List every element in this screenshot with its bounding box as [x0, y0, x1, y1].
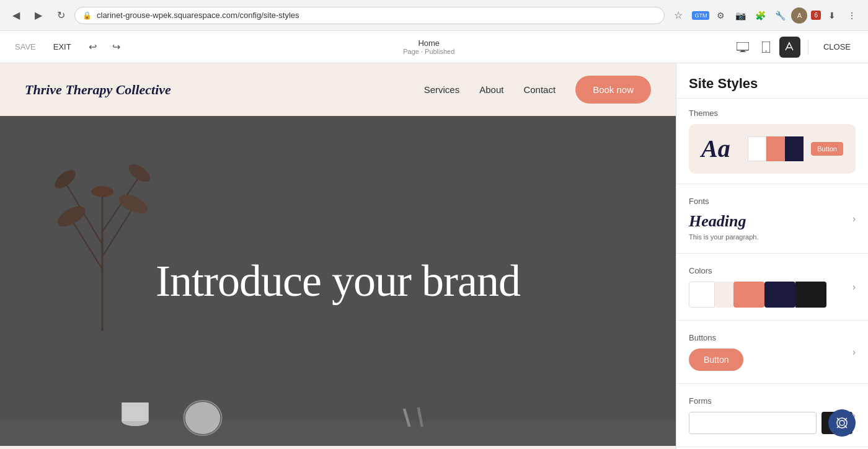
fonts-row[interactable]: Fonts Heading This is your paragraph. ›	[689, 194, 856, 243]
gtm-badge: GTM	[692, 11, 709, 20]
desktop-view-button[interactable]	[732, 37, 753, 58]
color-swatch-navy	[764, 282, 795, 308]
color-swatch-dark	[795, 282, 826, 308]
support-button[interactable]	[828, 409, 856, 437]
ext-puzzle-button[interactable]: 🧩	[751, 7, 769, 24]
redo-button[interactable]: ↪	[107, 38, 126, 56]
colors-section[interactable]: Colors ›	[676, 254, 868, 321]
hero-background: Introduce your brand	[0, 116, 676, 446]
bookmark-button[interactable]: ☆	[670, 7, 687, 24]
site-logo: Thrive Therapy Collective	[25, 82, 171, 98]
page-title: Home	[418, 38, 440, 48]
themes-section[interactable]: Themes Aa Button	[676, 99, 868, 184]
ext-camera-button[interactable]: 📷	[732, 7, 749, 24]
buttons-label: Buttons	[689, 333, 852, 342]
page-status: Page · Published	[403, 48, 454, 55]
ext-settings-button[interactable]: ⚙	[712, 7, 729, 24]
buttons-content: Buttons Button	[689, 333, 852, 371]
browser-extensions: GTM ⚙ 📷 🧩 🔧 A 6 ⬇ ⋮	[692, 7, 861, 24]
nav-links: Services About Contact Book now	[424, 76, 651, 104]
buttons-section[interactable]: Buttons Button ›	[676, 321, 868, 384]
undo-button[interactable]: ↩	[84, 38, 102, 56]
site-styles-panel: Site Styles Themes Aa Button Fonts H	[676, 63, 868, 449]
svg-rect-2	[740, 51, 746, 52]
forms-content: Forms	[689, 396, 852, 434]
main-layout: Thrive Therapy Collective Services About…	[0, 63, 868, 449]
themes-aa-text: Aa	[701, 136, 730, 161]
themes-swatches	[748, 136, 804, 161]
button-preview: Button	[689, 349, 743, 371]
svg-rect-0	[737, 42, 749, 50]
nav-link-services[interactable]: Services	[424, 84, 460, 95]
toolbar-left: SAVE EXIT ↩ ↪	[10, 38, 126, 56]
theme-swatch-navy	[785, 136, 804, 161]
themes-label: Themes	[689, 109, 856, 118]
themes-button-preview: Button	[811, 142, 843, 156]
svg-point-17	[185, 402, 221, 434]
exit-button[interactable]: EXIT	[46, 38, 79, 55]
fonts-chevron-icon: ›	[852, 213, 856, 225]
ext-gtm-button[interactable]: GTM	[692, 7, 709, 24]
nav-link-about[interactable]: About	[479, 84, 503, 95]
panel-header: Site Styles	[676, 63, 868, 99]
address-bar[interactable]: 🔒 clarinet-grouse-wpek.squarespace.com/c…	[74, 7, 665, 24]
color-swatch-white	[689, 282, 715, 308]
panel-title: Site Styles	[689, 76, 856, 92]
toolbar-right: CLOSE	[732, 37, 858, 58]
color-swatch-light	[715, 282, 733, 308]
fonts-section[interactable]: Fonts Heading This is your paragraph. ›	[676, 184, 868, 254]
hero-heading: Introduce your brand	[156, 256, 520, 307]
fonts-label: Fonts	[689, 197, 852, 206]
nav-link-contact[interactable]: Contact	[523, 84, 556, 95]
colors-chevron-icon: ›	[852, 282, 856, 293]
svg-rect-15	[0, 421, 676, 446]
support-icon	[836, 417, 848, 429]
back-button[interactable]: ◀	[7, 7, 25, 24]
save-button[interactable]: SAVE	[10, 38, 41, 55]
browser-chrome: ◀ ▶ ↻ 🔒 clarinet-grouse-wpek.squarespace…	[0, 0, 868, 31]
svg-rect-1	[741, 50, 745, 51]
more-button[interactable]: ⋮	[843, 7, 861, 24]
theme-swatch-white	[748, 136, 766, 161]
colors-row[interactable]: Colors ›	[689, 264, 856, 310]
user-avatar[interactable]: A	[791, 7, 807, 24]
website-preview: Thrive Therapy Collective Services About…	[0, 63, 676, 449]
form-input-preview	[689, 412, 817, 434]
toolbar-center: Home Page · Published	[126, 38, 732, 55]
forward-button[interactable]: ▶	[30, 7, 47, 24]
refresh-button[interactable]: ↻	[52, 7, 69, 24]
fonts-content: Fonts Heading This is your paragraph.	[689, 197, 852, 241]
styles-view-button[interactable]	[779, 37, 800, 58]
editor-toolbar: SAVE EXIT ↩ ↪ Home Page · Published CLOS…	[0, 31, 868, 63]
themes-card[interactable]: Aa Button	[689, 124, 856, 174]
colors-swatches	[689, 282, 852, 308]
colors-label: Colors	[689, 266, 852, 275]
hero-section: Introduce your brand	[0, 116, 676, 446]
svg-point-4	[766, 50, 767, 51]
forms-label: Forms	[689, 396, 852, 406]
notification-badge: 6	[811, 11, 821, 20]
svg-rect-19	[122, 402, 149, 421]
site-navigation: Thrive Therapy Collective Services About…	[0, 63, 676, 116]
buttons-row[interactable]: Buttons Button ›	[689, 331, 856, 373]
buttons-chevron-icon: ›	[852, 347, 856, 358]
fonts-paragraph-preview: This is your paragraph.	[689, 233, 852, 241]
colors-content: Colors	[689, 266, 852, 308]
color-swatch-salmon	[733, 282, 764, 308]
fonts-heading-preview: Heading	[689, 212, 852, 231]
ext-another-button[interactable]: 🔧	[771, 7, 789, 24]
hero-text-container: Introduce your brand	[156, 256, 520, 307]
theme-swatch-salmon	[766, 136, 785, 161]
hero-desk-objects	[0, 322, 676, 446]
close-panel-button[interactable]: CLOSE	[816, 38, 858, 55]
mobile-view-button[interactable]	[756, 37, 777, 58]
svg-point-23	[839, 420, 844, 425]
url-text: clarinet-grouse-wpek.squarespace.com/con…	[97, 11, 299, 20]
nav-cta-button[interactable]: Book now	[575, 76, 651, 104]
download-button[interactable]: ⬇	[823, 7, 841, 24]
